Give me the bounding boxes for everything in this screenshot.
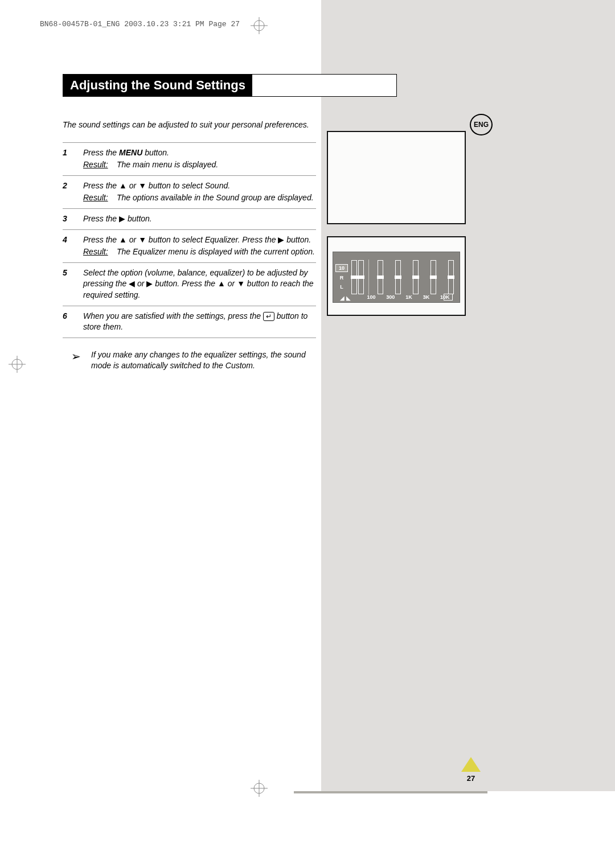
eq-slider [358, 260, 364, 294]
eq-balance-bars [351, 260, 364, 294]
eq-enter-icon [444, 294, 453, 301]
right-arrow-icon: ▶ [119, 213, 125, 225]
step-number: 3 [63, 213, 83, 225]
menu-item-name: Sound [205, 181, 228, 190]
eq-freq-label: 1K [405, 294, 412, 300]
note-arrow-icon: ➢ [71, 348, 81, 372]
separator [63, 175, 316, 176]
eq-slider [395, 260, 401, 294]
up-arrow-icon: ▲ [218, 278, 226, 290]
step-text: button to select [146, 235, 205, 244]
right-arrow-icon: ▶ [278, 235, 284, 246]
eq-freq-label: 300 [386, 294, 395, 300]
step-text: Press the [83, 214, 119, 223]
step-text: When you are satisfied with the settings… [83, 311, 263, 320]
eq-slider [448, 260, 454, 294]
step-3: 3 Press the ▶ button. [63, 213, 316, 225]
step-text: . [228, 181, 230, 190]
step-text: or [127, 235, 138, 244]
result-label: Result: [83, 159, 114, 171]
step-text: Press the [83, 235, 119, 244]
step-body: Select the option (volume, balance, equa… [83, 268, 316, 301]
step-number: 6 [63, 311, 83, 333]
step-text: Press the [83, 181, 119, 190]
eq-balance-l: L [335, 283, 348, 290]
print-header: BN68-00457B-01_ENG 2003.10.23 3:21 PM Pa… [40, 20, 240, 28]
eq-slider [430, 260, 436, 294]
eq-slider [413, 260, 419, 294]
step-1: 1 Press the MENU button. Result: The mai… [63, 147, 316, 171]
step-number: 5 [63, 268, 83, 301]
step-number: 4 [63, 235, 83, 258]
eq-frequency-labels: 100 300 1K 3K 10K [362, 294, 455, 300]
step-text: Press the [83, 148, 119, 157]
step-body: Press the ▲ or ▼ button to select Sound.… [83, 180, 316, 204]
page-number: 27 [461, 774, 481, 783]
result-text: The main menu is displayed. [117, 159, 218, 171]
separator [63, 306, 316, 306]
equalizer-balance-column: 10 R L [335, 264, 348, 290]
step-body: Press the ▲ or ▼ button to select Equali… [83, 235, 316, 258]
page-footer-bar [294, 791, 487, 793]
step-body: Press the MENU button. Result: The main … [83, 147, 316, 171]
step-4: 4 Press the ▲ or ▼ button to select Equa… [63, 235, 316, 258]
equalizer-illustration: 10 R L 100 300 1K 3K 10K ◢ ◣ [327, 236, 466, 316]
down-arrow-icon: ▼ [237, 278, 245, 290]
up-arrow-icon: ▲ [119, 180, 127, 192]
step-text: button. Press the [153, 279, 218, 288]
result-text: The Equalizer menu is displayed with the… [117, 246, 315, 258]
crop-mark-top [251, 17, 268, 34]
eq-separator [368, 260, 369, 295]
step-number: 2 [63, 180, 83, 204]
intro-text: The sound settings can be adjusted to su… [63, 120, 316, 131]
step-text: . Press the [238, 235, 278, 244]
eq-slider [378, 260, 383, 294]
step-text: or [135, 279, 146, 288]
left-arrow-icon: ◀ [129, 278, 135, 290]
step-text: or [127, 181, 138, 190]
up-arrow-icon: ▲ [119, 235, 127, 246]
note-text: If you make any changes to the equalizer… [91, 349, 316, 372]
menu-bold: MENU [119, 148, 142, 157]
separator [63, 208, 316, 209]
eq-freq-label: 100 [367, 294, 375, 300]
step-body: Press the ▶ button. [83, 213, 316, 225]
step-body: When you are satisfied with the settings… [83, 311, 316, 333]
eq-value: 10 [335, 264, 348, 272]
right-arrow-icon: ▶ [146, 278, 153, 290]
section-title-spacer [252, 75, 396, 96]
note-block: ➢ If you make any changes to the equaliz… [71, 349, 316, 372]
step-2: 2 Press the ▲ or ▼ button to select Soun… [63, 180, 316, 204]
step-text: button. [284, 235, 311, 244]
down-arrow-icon: ▼ [138, 235, 146, 246]
result-label: Result: [83, 192, 114, 204]
step-text: or [226, 279, 237, 288]
section-title: Adjusting the Sound Settings [63, 75, 252, 96]
page-edge-column: ENG [321, 0, 615, 791]
step-5: 5 Select the option (volume, balance, eq… [63, 268, 316, 301]
eq-balance-r: R [335, 274, 348, 281]
down-arrow-icon: ▼ [138, 180, 146, 192]
eq-freq-label: 3K [423, 294, 430, 300]
eq-frequency-bars [374, 260, 457, 295]
page-marker-icon [461, 757, 481, 772]
crop-mark-bottom [251, 780, 268, 797]
separator [63, 142, 316, 143]
separator [63, 338, 316, 338]
result-label: Result: [83, 246, 114, 258]
separator [63, 262, 316, 263]
crop-mark-left [9, 356, 26, 373]
result-text: The options available in the Sound group… [117, 192, 314, 204]
step-text: button. [125, 214, 152, 223]
language-badge: ENG [470, 114, 493, 135]
separator [63, 229, 316, 230]
eq-nav-icons: ◢ ◣ [340, 295, 351, 301]
eq-slider [351, 260, 357, 294]
main-content: The sound settings can be adjusted to su… [63, 120, 316, 372]
step-6: 6 When you are satisfied with the settin… [63, 311, 316, 333]
equalizer-panel: 10 R L 100 300 1K 3K 10K ◢ ◣ [333, 252, 460, 303]
step-number: 1 [63, 147, 83, 171]
sound-menu-illustration [327, 131, 466, 224]
menu-item-name: Equalizer [205, 235, 238, 244]
enter-icon: ↵ [263, 312, 274, 321]
